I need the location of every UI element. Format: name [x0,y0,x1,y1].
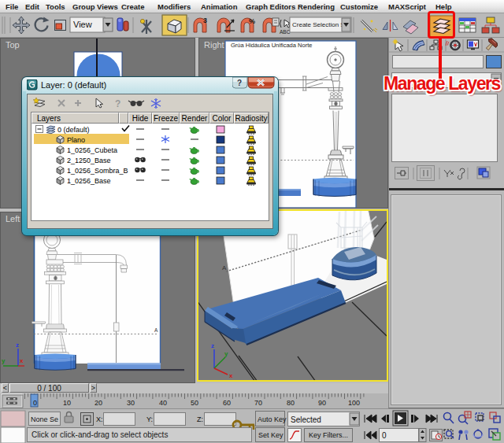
svg-text:z: z [211,342,214,349]
svg-text:Click or click-and-drag to sel: Click or click-and-drag to select object… [32,430,168,439]
svg-text:50: 50 [191,399,198,407]
svg-text:90: 90 [318,399,326,407]
svg-text:Grúa Hidáulica Unificada Norte: Grúa Hidáulica Unificada Norte [231,42,312,49]
svg-text:View: View [73,20,92,29]
svg-text:60: 60 [223,399,231,407]
svg-text:1_0256_Sombra_B: 1_0256_Sombra_B [67,167,128,175]
svg-text:3: 3 [203,17,207,24]
svg-text:1_0256_Cubeta: 1_0256_Cubeta [67,146,117,154]
svg-text:30: 30 [127,399,135,407]
svg-text:0: 0 [33,399,37,407]
svg-text:?: ? [237,79,242,87]
svg-text:40: 40 [159,399,167,407]
svg-text:x: x [20,357,24,364]
svg-text:%: % [249,17,255,25]
svg-text:10: 10 [63,399,71,407]
svg-text:X:: X: [96,415,103,423]
svg-text:Auto Key: Auto Key [258,415,287,423]
svg-text:Layer: 0 (default): Layer: 0 (default) [41,80,106,90]
svg-text:0 (default): 0 (default) [57,126,90,134]
svg-text:y: y [224,350,228,357]
svg-text:80: 80 [287,399,295,407]
svg-text:None Se: None Se [31,415,58,423]
svg-text:Plano: Plano [67,136,85,144]
svg-text:x: x [229,372,233,379]
svg-text:A: A [154,327,158,333]
svg-text:100: 100 [348,399,360,407]
svg-text:Set Key: Set Key [258,431,284,439]
svg-text:y: y [2,357,6,364]
svg-text:Selected: Selected [291,415,321,424]
svg-text:A: A [222,264,227,271]
svg-text:20: 20 [94,399,102,407]
svg-text:70: 70 [254,399,262,407]
svg-text:0: 0 [382,431,387,440]
svg-text:1_0256_Base: 1_0256_Base [67,177,111,185]
svg-text:?: ? [115,98,120,109]
svg-text:Key Filters...: Key Filters... [309,431,348,439]
svg-text:2_1250_Base: 2_1250_Base [67,157,111,164]
svg-text:Y:: Y: [146,415,153,423]
svg-text:Z:: Z: [197,415,203,423]
svg-text:ABC: ABC [280,29,291,35]
svg-text:z: z [16,341,19,349]
